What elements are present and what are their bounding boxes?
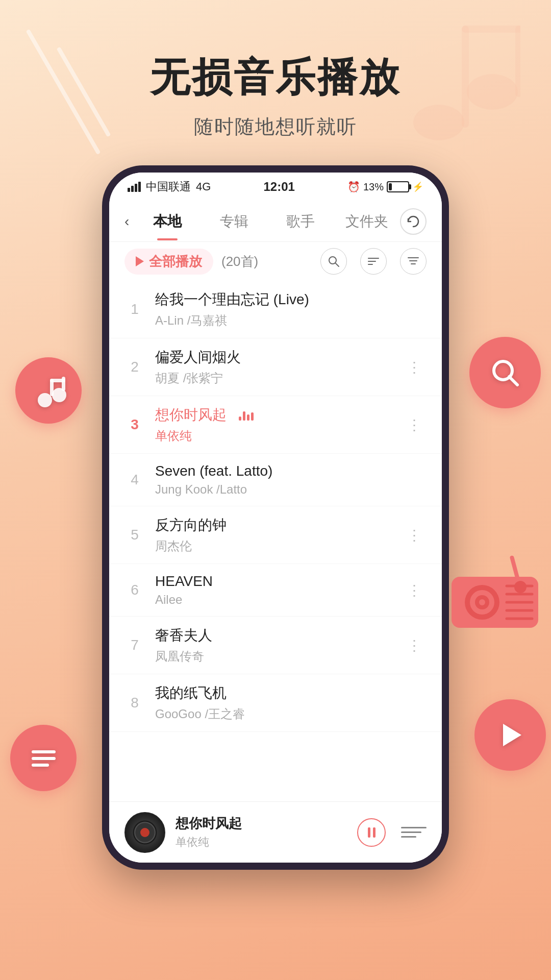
filter-icon [407,255,419,267]
song-artist: 胡夏 /张紫宁 [155,370,402,386]
carrier-name: 中国联通 [146,179,191,194]
song-title: Seven (feat. Latto) [155,463,427,479]
bubble-play[interactable] [474,699,546,771]
song-number-active: 3 [124,416,145,433]
status-time: 12:01 [263,180,294,194]
song-item[interactable]: 2 偏爱人间烟火 胡夏 /张紫宁 ⋮ [109,338,442,396]
mini-player-info: 想你时风起 单依纯 [176,815,347,850]
mini-player-title: 想你时风起 [176,815,347,832]
song-item[interactable]: 7 奢香夫人 凤凰传奇 ⋮ [109,617,442,674]
svg-rect-9 [50,379,65,382]
alarm-icon: ⏰ [347,181,360,193]
play-icon [136,256,144,266]
hero-title: 无损音乐播放 [0,51,551,105]
refresh-icon [406,214,420,229]
song-artist: GooGoo /王之睿 [155,706,427,722]
signal-bar-2 [131,186,134,192]
search-button[interactable] [320,248,347,275]
network-type: 4G [196,180,211,193]
tab-album[interactable]: 专辑 [201,212,267,231]
pause-bar-1 [368,827,370,838]
vinyl-record [124,812,165,853]
song-artist: 凤凰传奇 [155,648,402,665]
refresh-button[interactable] [400,208,427,235]
bubble-search[interactable] [469,337,541,408]
more-button[interactable]: ⋮ [402,411,427,438]
song-artist: Ailee [155,593,402,607]
song-item-active[interactable]: 3 想你时风起 单依纯 ⋮ [109,396,442,454]
battery-indicator [387,181,409,192]
pause-button[interactable] [357,818,386,847]
tab-local[interactable]: 本地 [134,212,201,231]
phone-wrapper: 中国联通 4G 12:01 ⏰ 13% ⚡ ‹ 本地 专辑 歌手 文件夹 [0,165,551,870]
signal-bar-3 [135,184,137,192]
song-title-active: 想你时风起 [155,405,227,425]
svg-line-29 [336,263,339,266]
more-button[interactable]: ⋮ [402,632,427,659]
svg-marker-15 [503,724,521,746]
song-number: 5 [124,527,145,543]
phone-frame: 中国联通 4G 12:01 ⏰ 13% ⚡ ‹ 本地 专辑 歌手 文件夹 [102,165,449,870]
song-list: 1 给我一个理由忘记 (Live) A-Lin /马嘉祺 2 偏爱人间烟火 胡夏… [109,281,442,816]
song-count: (20首) [221,253,258,271]
play-all-button[interactable]: 全部播放 [124,249,213,275]
sort-button[interactable] [360,248,387,275]
song-title: 偏爱人间烟火 [155,348,402,367]
status-right: ⏰ 13% ⚡ [347,181,423,193]
song-number: 1 [124,301,145,317]
song-info: 偏爱人间烟火 胡夏 /张紫宁 [155,348,402,386]
song-item[interactable]: 5 反方向的钟 周杰伦 ⋮ [109,506,442,564]
equalizer [239,409,254,421]
song-artist: A-Lin /马嘉祺 [155,312,427,329]
song-number: 2 [124,359,145,375]
song-info: 反方向的钟 周杰伦 [155,516,402,554]
hero-subtitle: 随时随地想听就听 [0,114,551,140]
play-all-label: 全部播放 [149,253,202,271]
song-title: 反方向的钟 [155,516,402,535]
more-button[interactable]: ⋮ [402,577,427,604]
sort-icon [367,255,380,267]
eq-bar-2 [243,411,245,421]
tab-folder[interactable]: 文件夹 [334,212,400,231]
bubble-list[interactable] [10,725,77,791]
signal-bar-1 [128,188,130,192]
play-all-bar: 全部播放 (20首) [109,242,442,281]
battery-fill [389,183,392,190]
song-title: 我的纸飞机 [155,683,427,703]
battery-percent: 13% [363,181,384,193]
battery-tip [409,184,411,189]
status-bar: 中国联通 4G 12:01 ⏰ 13% ⚡ [109,173,442,201]
playlist-button[interactable] [401,820,427,845]
song-item[interactable]: 6 HEAVEN Ailee ⋮ [109,564,442,617]
search-icon [328,255,340,267]
song-title: 给我一个理由忘记 (Live) [155,290,427,309]
hero-section: 无损音乐播放 随时随地想听就听 [0,0,551,160]
back-button[interactable]: ‹ [124,213,129,230]
bubble-music[interactable] [15,357,82,424]
nav-tabs: ‹ 本地 专辑 歌手 文件夹 [109,201,442,242]
filter-button[interactable] [400,248,427,275]
status-left: 中国联通 4G [128,179,211,194]
more-button[interactable]: ⋮ [402,522,427,549]
list-line-1 [401,827,427,828]
more-button[interactable]: ⋮ [402,354,427,381]
song-item[interactable]: 4 Seven (feat. Latto) Jung Kook /Latto [109,454,442,506]
signal-bar-4 [138,182,141,192]
vinyl-center [140,828,149,837]
song-item[interactable]: 8 我的纸飞机 GooGoo /王之睿 [109,674,442,732]
list-line-3 [401,836,416,838]
list-line-2 [401,831,421,833]
mini-player[interactable]: 想你时风起 单依纯 [109,801,442,863]
song-info: Seven (feat. Latto) Jung Kook /Latto [155,463,427,497]
song-title: HEAVEN [155,573,402,590]
pause-icon [368,827,375,838]
song-number: 6 [124,582,145,598]
song-info: 想你时风起 单依纯 [155,405,402,444]
svg-point-28 [329,257,336,264]
tab-artist[interactable]: 歌手 [267,212,334,231]
song-info: 我的纸飞机 GooGoo /王之睿 [155,683,427,722]
song-item[interactable]: 1 给我一个理由忘记 (Live) A-Lin /马嘉祺 [109,281,442,338]
radio-decoration [441,551,543,633]
song-number: 4 [124,472,145,488]
svg-line-11 [509,377,517,385]
